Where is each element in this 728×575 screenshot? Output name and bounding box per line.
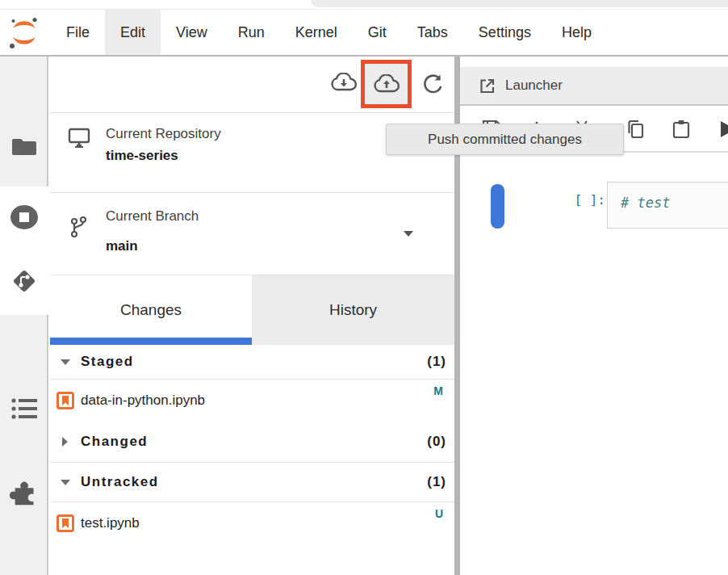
notebook-file-icon (56, 514, 74, 535)
section-staged[interactable]: Staged (1) (50, 345, 454, 380)
cell-prompt: [ ]: (533, 192, 605, 208)
menu-edit[interactable]: Edit (105, 10, 161, 55)
run-icon[interactable] (718, 119, 728, 140)
tab-history-label: History (329, 301, 377, 319)
annotation-highlight-box (361, 60, 412, 108)
current-branch-label: Current Branch (106, 208, 199, 225)
cell-code-text: # test (621, 195, 670, 211)
refresh-button[interactable] (420, 73, 445, 97)
branch-dropdown-caret[interactable] (404, 231, 413, 237)
menubar: File Edit View Run Kernel Git Tabs Setti… (0, 10, 728, 57)
section-changed-count: (0) (427, 434, 446, 450)
git-icon[interactable] (0, 267, 48, 296)
file-name: data-in-python.ipynb (81, 392, 205, 409)
current-repository-value: time-series (106, 148, 178, 164)
file-status-badge: U (435, 507, 443, 520)
urlbar-bottom-edge (311, 0, 728, 7)
section-staged-count: (1) (427, 354, 446, 370)
extension-manager-icon[interactable] (0, 478, 48, 507)
push-tooltip: Push committed changes (386, 124, 624, 155)
menu-items: File Edit View Run Kernel Git Tabs Setti… (51, 10, 607, 55)
file-row-untracked[interactable]: test.ipynb U (50, 502, 454, 544)
current-repository-label: Current Repository (106, 126, 221, 142)
file-browser-icon[interactable] (0, 135, 48, 157)
menu-file[interactable]: File (51, 10, 105, 55)
active-tab-underline (50, 338, 252, 345)
tab-history[interactable]: History (252, 275, 454, 345)
tab-changes-label: Changes (120, 301, 182, 319)
active-cell-collapser[interactable] (491, 184, 504, 229)
section-untracked-count: (1) (427, 474, 446, 490)
tab-launcher[interactable]: Launcher (478, 67, 563, 104)
file-name: test.ipynb (81, 515, 140, 531)
section-changed-title: Changed (81, 434, 148, 450)
file-status-badge: M (433, 384, 443, 397)
divider (50, 192, 454, 193)
notebook-file-icon (56, 392, 74, 413)
tab-launcher-label: Launcher (505, 78, 563, 94)
file-row-staged[interactable]: data-in-python.ipynb M (50, 380, 454, 422)
running-kernels-icon[interactable] (0, 204, 48, 230)
current-branch-value: main (106, 238, 138, 254)
paste-icon[interactable] (671, 119, 692, 140)
menu-tabs[interactable]: Tabs (402, 10, 463, 55)
cell-code-editor[interactable]: # test (607, 182, 728, 229)
section-untracked[interactable]: Untracked (1) (50, 463, 454, 502)
browser-chrome-strip (0, 0, 728, 10)
menu-settings[interactable]: Settings (463, 10, 546, 55)
menu-help[interactable]: Help (546, 10, 607, 55)
branch-icon (69, 215, 89, 242)
section-untracked-title: Untracked (81, 474, 159, 490)
pull-changes-button[interactable] (330, 73, 354, 97)
menu-git[interactable]: Git (353, 10, 402, 55)
collapse-caret-icon[interactable] (61, 480, 70, 485)
collapsed-caret-icon[interactable] (62, 437, 68, 447)
dock-tab-bar: Launcher (460, 67, 728, 106)
collapse-caret-icon[interactable] (61, 359, 70, 365)
git-panel-tabs: Changes History (50, 275, 454, 345)
menu-run[interactable]: Run (223, 10, 280, 55)
tab-changes[interactable]: Changes (50, 275, 252, 345)
launcher-icon (478, 77, 496, 95)
section-changed[interactable]: Changed (0) (50, 422, 454, 463)
menu-view[interactable]: View (161, 10, 223, 55)
copy-icon[interactable] (625, 119, 646, 140)
section-staged-title: Staged (81, 354, 134, 370)
git-panel-toolbar (50, 57, 454, 113)
activity-sidebar (0, 57, 48, 575)
jupyter-logo-icon (6, 15, 42, 51)
repository-icon (68, 128, 90, 152)
menu-kernel[interactable]: Kernel (280, 10, 353, 55)
jupyterlab-window: File Edit View Run Kernel Git Tabs Setti… (0, 0, 728, 575)
table-of-contents-icon[interactable] (0, 397, 48, 421)
